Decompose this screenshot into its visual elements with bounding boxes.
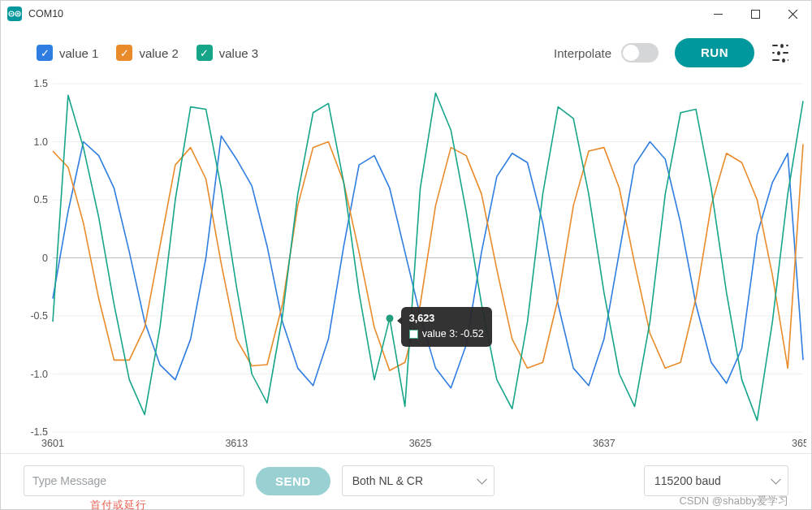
legend-label-3: value 3 — [219, 46, 258, 60]
watermark-left: 首付或延行 — [90, 498, 147, 510]
svg-text:3613: 3613 — [225, 438, 248, 449]
watermark-right: CSDN @shabby爱学习 — [679, 494, 788, 508]
legend-label-2: value 2 — [139, 46, 178, 60]
svg-text:1.0: 1.0 — [34, 136, 48, 148]
message-input[interactable] — [24, 465, 244, 496]
svg-text:3601: 3601 — [41, 438, 64, 449]
legend-item-2[interactable]: ✓ value 2 — [116, 45, 178, 61]
svg-text:0: 0 — [42, 253, 48, 264]
legend-checkbox-1[interactable]: ✓ — [37, 45, 53, 61]
maximize-button[interactable] — [736, 1, 774, 27]
toolbar-right: Interpolate RUN — [554, 38, 788, 67]
baud-value: 115200 baud — [654, 474, 721, 487]
line-ending-select[interactable]: Both NL & CR — [342, 465, 495, 496]
chart-area[interactable]: -1.5-1.0-0.500.51.01.5360136133625363736… — [1, 74, 811, 450]
send-button[interactable]: SEND — [256, 467, 330, 495]
settings-icon[interactable] — [771, 44, 788, 62]
svg-text:3650: 3650 — [792, 438, 806, 449]
interpolate-label: Interpolate — [554, 46, 611, 60]
toolbar: ✓ value 1 ✓ value 2 ✓ value 3 Interpolat… — [1, 27, 811, 74]
app-window: COM10 ✓ value 1 ✓ value 2 — [0, 0, 812, 510]
legend-checkbox-2[interactable]: ✓ — [116, 45, 132, 61]
svg-text:3637: 3637 — [593, 438, 615, 449]
legend-label-1: value 1 — [59, 46, 98, 60]
window-controls — [699, 1, 811, 27]
line-ending-value: Both NL & CR — [352, 474, 423, 487]
arduino-icon — [7, 6, 22, 21]
interpolate-toggle[interactable] — [621, 43, 659, 63]
title-bar: COM10 — [1, 1, 811, 27]
legend-item-1[interactable]: ✓ value 1 — [37, 45, 98, 61]
minimize-button[interactable] — [699, 1, 736, 27]
baud-select[interactable]: 115200 baud — [644, 465, 788, 496]
plot-svg: -1.5-1.0-0.500.51.01.5360136133625363736… — [30, 79, 806, 450]
hover-point — [386, 314, 393, 322]
svg-text:3625: 3625 — [409, 438, 432, 449]
legend: ✓ value 1 ✓ value 2 ✓ value 3 — [37, 45, 258, 61]
svg-rect-6 — [751, 10, 759, 18]
legend-item-3[interactable]: ✓ value 3 — [197, 45, 258, 61]
close-button[interactable] — [774, 1, 811, 27]
svg-text:-0.5: -0.5 — [30, 310, 48, 322]
window-title: COM10 — [28, 8, 63, 19]
svg-text:0.5: 0.5 — [34, 194, 48, 205]
run-button[interactable]: RUN — [675, 38, 754, 67]
title-left: COM10 — [7, 6, 63, 21]
svg-text:-1.0: -1.0 — [30, 369, 48, 380]
legend-checkbox-3[interactable]: ✓ — [197, 45, 213, 61]
svg-text:-1.5: -1.5 — [30, 426, 48, 438]
interpolate-control: Interpolate — [554, 43, 659, 63]
svg-text:1.5: 1.5 — [34, 79, 48, 89]
svg-rect-5 — [714, 14, 723, 15]
